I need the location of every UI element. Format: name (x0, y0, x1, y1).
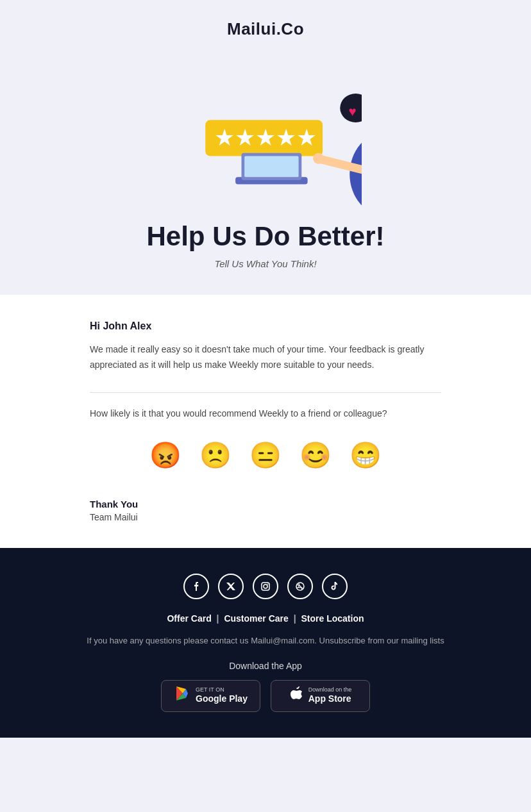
svg-text:♥: ♥ (348, 104, 356, 119)
emoji-sad[interactable]: 🙁 (197, 438, 234, 473)
svg-rect-4 (244, 156, 298, 178)
emoji-happy[interactable]: 😊 (297, 438, 334, 473)
app-store-button[interactable]: Download on the App Store (271, 680, 370, 712)
app-buttons: GET IT ON Google Play Download on the Ap… (13, 680, 518, 712)
google-play-text: GET IT ON Google Play (196, 687, 248, 704)
customer-care-link[interactable]: Customer Care (224, 613, 288, 624)
contact-email[interactable]: Mailui@mail.com (251, 636, 314, 645)
logo: Mailui.Co (13, 19, 518, 39)
app-store-main: App Store (308, 693, 352, 704)
apple-icon (289, 685, 303, 706)
google-play-button[interactable]: GET IT ON Google Play (161, 680, 260, 712)
svg-point-19 (306, 145, 310, 149)
hero-section: ★★★★★ ♥ 👍 (0, 46, 531, 208)
team-name: Team Mailui (90, 512, 441, 522)
social-instagram-icon[interactable] (253, 574, 278, 599)
unsubscribe-link[interactable]: Unsubscribe from our mailing lists (319, 636, 444, 645)
social-facebook-icon[interactable] (183, 574, 209, 599)
contact-pre-text: If you have any questions please contact… (87, 636, 251, 645)
svg-point-24 (267, 583, 269, 584)
emoji-neutral[interactable]: 😑 (247, 438, 284, 473)
footer-download-label: Download the App (13, 661, 518, 671)
footer: Offer Card | Customer Care | Store Locat… (0, 548, 531, 738)
hero-illustration: ★★★★★ ♥ 👍 (169, 58, 362, 206)
hero-subtitle: Tell Us What You Think! (26, 258, 505, 269)
social-twitter-icon[interactable] (218, 574, 244, 599)
google-play-sub: GET IT ON (196, 687, 248, 693)
separator-2: | (294, 613, 299, 624)
emoji-angry[interactable]: 😡 (147, 438, 184, 473)
google-play-main: Google Play (196, 693, 248, 704)
store-location-link[interactable]: Store Location (301, 613, 364, 624)
hero-title: Help Us Do Better! (26, 221, 505, 252)
social-dribbble-icon[interactable] (287, 574, 313, 599)
footer-contact: If you have any questions please contact… (13, 634, 518, 648)
svg-text:★★★★★: ★★★★★ (214, 125, 317, 151)
header: Mailui.Co (0, 0, 531, 46)
footer-links: Offer Card | Customer Care | Store Locat… (13, 613, 518, 624)
app-store-sub: Download on the (308, 687, 352, 693)
offer-card-link[interactable]: Offer Card (167, 613, 211, 624)
emoji-row: 😡 🙁 😑 😊 😁 (90, 438, 441, 473)
separator-1: | (217, 613, 222, 624)
svg-rect-22 (262, 583, 269, 590)
google-play-icon (174, 685, 190, 706)
divider (90, 392, 441, 393)
hero-text-section: Help Us Do Better! Tell Us What You Thin… (0, 208, 531, 295)
footer-social (13, 574, 518, 599)
svg-point-18 (311, 129, 316, 135)
greeting: Hi John Alex (90, 320, 441, 332)
svg-point-9 (313, 153, 324, 164)
app-store-text: Download on the App Store (308, 687, 352, 704)
question-text: How likely is it that you would recommen… (90, 408, 441, 418)
email-wrapper: Mailui.Co ★★★★★ ♥ 👍 (0, 0, 531, 738)
body-text: We made it really easy so it doesn't tak… (90, 342, 441, 373)
thank-you: Thank You (90, 499, 441, 510)
emoji-very-happy[interactable]: 😁 (347, 438, 384, 473)
svg-point-23 (264, 584, 267, 588)
main-content: Hi John Alex We made it really easy so i… (0, 295, 531, 548)
social-tiktok-icon[interactable] (322, 574, 348, 599)
